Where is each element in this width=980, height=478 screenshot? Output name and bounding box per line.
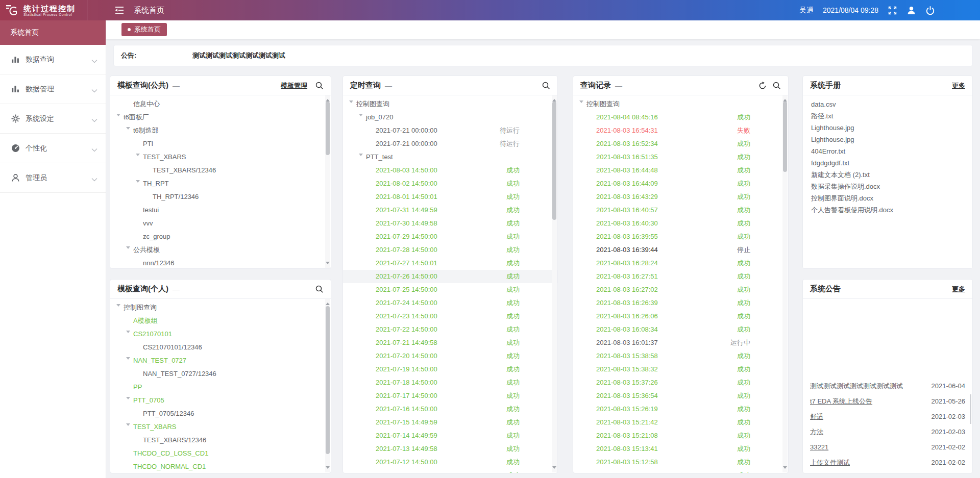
caret-down-icon[interactable] [116,114,120,118]
notice-title[interactable]: 33221 [810,440,828,455]
tree-node[interactable]: PTT_0705/12346 [110,407,331,420]
record-row[interactable]: 2021-08-03 14:50:00成功 [343,164,557,177]
record-row[interactable]: 2021-08-03 15:21:42成功 [573,416,788,429]
record-row[interactable]: 2021-08-03 16:44:48成功 [573,164,788,177]
record-row[interactable]: 2021-08-03 15:21:08成功 [573,429,788,442]
scroll-up-icon[interactable] [326,300,330,305]
caret-down-icon[interactable] [126,331,130,335]
caret-down-icon[interactable] [126,357,130,362]
record-row[interactable]: 2021-07-23 14:50:00成功 [343,310,557,323]
app-logo[interactable]: 统计过程控制 Statistical Process Control [0,0,87,20]
username[interactable]: 吴逍 [799,6,814,15]
tree-node[interactable]: THCDO_NORMAL_CD1 [110,460,331,473]
tree-node[interactable]: PTI [110,137,331,150]
record-row[interactable]: 2021-07-12 14:50:00成功 [343,456,557,469]
tree-node[interactable]: CS21070101/12346 [110,341,331,354]
record-row[interactable]: 2021-08-03 15:13:41成功 [573,442,788,456]
scrollbar[interactable] [325,95,330,268]
record-row[interactable]: 2021-08-03 16:40:30成功 [573,217,788,230]
tree-node[interactable]: 信息中心 [110,97,331,111]
record-row[interactable]: 2021-08-03 16:08:34成功 [573,323,788,336]
record-row[interactable]: 2021-08-03 16:51:35成功 [573,150,788,164]
caret-down-icon[interactable] [136,180,140,185]
tab-home[interactable]: 系统首页 [121,23,167,36]
record-row[interactable]: 2021-08-02 14:50:00成功 [343,177,557,190]
record-row[interactable]: 2021-07-28 14:50:00成功 [343,243,557,257]
notice-more-link[interactable]: 更多 [952,285,965,294]
record-row[interactable]: 2021-07-30 14:49:58成功 [343,217,557,230]
caret-down-icon[interactable] [116,304,120,309]
record-row[interactable]: 2021-08-03 16:27:51成功 [573,270,788,283]
tree-node[interactable]: 控制图查询 [110,301,331,314]
notice-item[interactable]: 测试测试测试测试测试测试测试2021-06-04 [803,379,972,394]
tree-node[interactable]: THCDO_CD_LOSS_CD1 [110,447,331,460]
record-row[interactable]: 2021-07-15 14:49:59成功 [343,416,557,429]
sidebar-item-column-chart[interactable]: 数据管理 [0,74,106,104]
record-row[interactable]: 2021-07-22 14:50:00成功 [343,323,557,336]
record-row[interactable]: 2021-07-31 14:49:59成功 [343,204,557,217]
notice-title[interactable]: 方法 [810,424,823,440]
chevron-down-icon[interactable] [91,146,97,151]
caret-down-icon[interactable] [126,397,130,401]
tree-node[interactable]: CS21070101 [110,328,331,341]
record-row[interactable]: 2021-08-03 16:01:37运行中 [573,336,788,349]
manual-more-link[interactable]: 更多 [952,81,965,90]
record-row[interactable]: 2021-08-01 14:50:01成功 [343,190,557,204]
collapse-menu-icon[interactable] [114,5,125,15]
tree-node[interactable]: TH_RPT/12346 [110,190,331,204]
record-row[interactable]: 2021-08-03 16:39:55成功 [573,230,788,243]
scrollbar-thumb[interactable] [326,102,330,155]
manual-file-item[interactable]: fdgdgdgdf.txt [803,157,972,169]
scrollbar-thumb[interactable] [783,102,787,172]
sidebar-item-home-active[interactable]: 系统首页 [0,20,106,45]
scrollbar-thumb[interactable] [552,102,556,220]
sidebar-item-admin-user[interactable]: 管理员 [0,163,106,193]
record-row[interactable]: 2021-07-19 14:50:00成功 [343,363,557,376]
caret-down-icon[interactable] [349,100,353,105]
chevron-down-icon[interactable] [91,116,97,121]
template-manage-link[interactable]: 模板管理 [281,81,307,90]
notice-title[interactable]: t7 EDA 系统上线公告 [810,394,872,409]
collapse-minus-icon[interactable]: — [173,285,180,293]
record-row[interactable]: 2021-07-21 14:49:58成功 [343,336,557,349]
record-row[interactable]: 2021-08-03 15:38:32成功 [573,363,788,376]
scroll-down-icon[interactable] [326,466,330,471]
record-row[interactable]: 2021-07-21 00:00:00待运行 [343,124,557,137]
record-row[interactable]: 2021-07-21 00:00:00待运行 [343,137,557,150]
tree-node[interactable]: zc_group [110,230,331,243]
tree-node[interactable]: TH_RPT [110,177,331,190]
tree-node[interactable]: vvv [110,217,331,230]
scroll-down-icon[interactable] [326,262,330,266]
record-row[interactable]: 2021-08-03 16:27:02成功 [573,283,788,296]
record-row[interactable]: 2021-08-03 16:54:31失败 [573,124,788,137]
notice-item[interactable]: 舒适2021-02-03 [803,409,972,424]
caret-down-icon[interactable] [126,423,130,428]
record-row[interactable]: 2021-08-03 16:44:09成功 [573,177,788,190]
chevron-down-icon[interactable] [91,87,97,92]
manual-file-item[interactable]: 控制图界面说明.docx [803,192,972,204]
tree-node[interactable]: A模板组 [110,314,331,328]
sidebar-item-dashboard[interactable]: 个性化 [0,134,106,163]
tree-node[interactable]: TEST_XBARS/12346 [110,164,331,177]
record-row[interactable]: 2021-07-11 14:50:00成功 [343,469,557,473]
record-row[interactable]: 2021-07-17 14:50:00成功 [343,389,557,402]
record-row[interactable]: 2021-08-03 16:26:06成功 [573,310,788,323]
record-row[interactable]: 2021-07-25 14:50:00成功 [343,283,557,296]
tree-node[interactable]: PTT_0705 [110,394,331,407]
record-row[interactable]: 2021-08-04 08:45:16成功 [573,111,788,124]
record-row[interactable]: 2021-07-14 14:49:59成功 [343,429,557,442]
sidebar-item-bar-chart[interactable]: 数据查询 [0,45,106,74]
record-row[interactable]: 2021-08-03 16:40:57成功 [573,204,788,217]
record-row[interactable]: 2021-08-03 16:52:34成功 [573,137,788,150]
scroll-down-icon[interactable] [783,466,787,471]
notice-item[interactable]: 方法2021-02-03 [803,424,972,440]
scroll-down-icon[interactable] [552,466,556,471]
tree-node[interactable]: PTT_test [343,150,557,164]
record-row[interactable]: 2021-08-03 15:38:58成功 [573,349,788,363]
collapse-minus-icon[interactable]: — [173,82,180,90]
refresh-icon[interactable] [758,82,767,90]
search-icon[interactable] [315,82,324,90]
tree-node[interactable]: t6面板厂 [110,111,331,124]
notice-title[interactable]: 上传文件测试 [810,455,850,470]
user-icon[interactable] [906,6,916,15]
